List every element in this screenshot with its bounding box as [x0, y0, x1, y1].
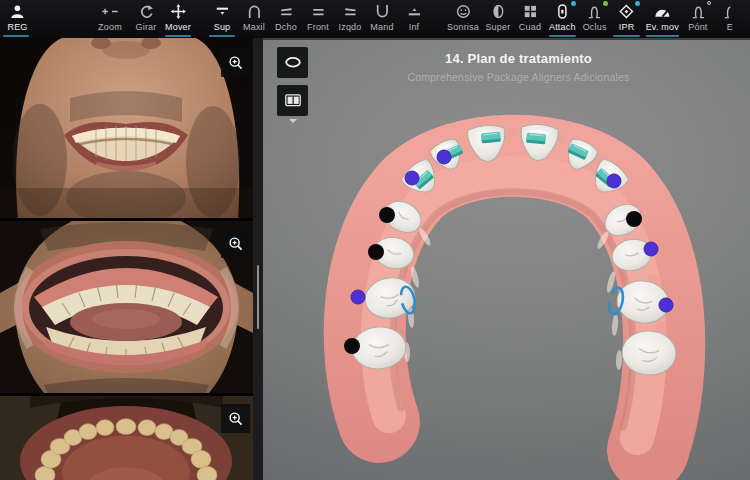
toolbar-item-pont[interactable]: Pónt: [682, 0, 714, 38]
clipped-icon: [721, 3, 740, 20]
toolbar-item-reg[interactable]: REG: [0, 0, 32, 38]
marker-purple-right-canine[interactable]: [607, 174, 621, 188]
attachment-left-central-incisor[interactable]: [481, 132, 501, 144]
toolbar-item-label: Ev. mov: [646, 22, 679, 32]
scrollbar-thumb[interactable]: [257, 265, 259, 329]
quad-grid-icon: [521, 3, 540, 20]
active-underline: [549, 35, 577, 38]
intraoral-retracted-photo[interactable]: [0, 221, 253, 393]
toolbar-item-label: REG: [7, 22, 27, 32]
toolbar-item-evmov[interactable]: Ev. mov: [643, 0, 682, 38]
superimpose-icon: [489, 3, 508, 20]
left-view-icon: [341, 3, 360, 20]
active-underline: [646, 35, 679, 38]
zoom-plus-minus-icon: [99, 3, 120, 20]
toolbar-item-label: E: [727, 22, 733, 32]
marker-purple-right-second-premolar[interactable]: [644, 242, 658, 256]
view-header: 14. Plan de tratamiento Comprehensive Pa…: [275, 51, 750, 83]
marker-purple-right-first-molar[interactable]: [659, 298, 673, 312]
toolbar-item-attach[interactable]: Attach: [546, 0, 579, 38]
toolbar-item-label: Oclus: [583, 22, 607, 32]
notification-dot-blue: [635, 1, 640, 6]
occlusal-mirror-photo[interactable]: [0, 396, 253, 480]
toolbar-item-zoom[interactable]: Zoom: [90, 0, 130, 38]
toolbar-item-label: Cuad: [519, 22, 541, 32]
toolbar-item-extra[interactable]: E: [714, 0, 746, 38]
toolbar-item-label: Front: [307, 22, 329, 32]
attachment-right-central-incisor[interactable]: [526, 133, 546, 145]
toolbar-item-label: Mand: [370, 22, 393, 32]
marker-black-right-first-premolar[interactable]: [626, 211, 642, 227]
smile-icon: [454, 3, 473, 20]
toolbar-item-mover[interactable]: Mover: [162, 0, 194, 38]
photos-scrollbar[interactable]: [253, 38, 263, 480]
marker-black-left-second-premolar[interactable]: [368, 244, 384, 260]
toolbar-item-sonrisa[interactable]: Sonrisa: [444, 0, 482, 38]
toolbar-item-label: Inf: [409, 22, 420, 32]
content-area: 14. Plan de tratamiento Comprehensive Pa…: [0, 38, 750, 480]
marker-purple-left-first-molar[interactable]: [351, 290, 365, 304]
toolbar-item-super[interactable]: Super: [482, 0, 514, 38]
page-subtitle: Comprehensive Package Aligners Adicional…: [275, 71, 750, 83]
toolbar-item-label: Super: [485, 22, 510, 32]
toolbar-item-label: Sup: [214, 22, 231, 32]
right-view-icon: [277, 3, 296, 20]
toolbar-item-label: Zoom: [98, 22, 122, 32]
upper-arch-3d-model[interactable]: [263, 40, 750, 480]
toolbar-item-label: Izqdo: [339, 22, 362, 32]
mandible-arch-icon: [373, 3, 392, 20]
upper-arch-occlusal-icon: [213, 3, 232, 20]
marker-purple-left-lateral-incisor[interactable]: [437, 150, 451, 164]
maxilla-arch-icon: [245, 3, 264, 20]
active-underline: [209, 35, 236, 38]
single-arch-view-button[interactable]: [277, 47, 308, 78]
toolbar-item-oclus[interactable]: Oclus: [579, 0, 611, 38]
occlusal-photo-image: [0, 396, 253, 480]
toolbar-item-cuad[interactable]: Cuad: [514, 0, 546, 38]
toolbar-item-maxil[interactable]: Maxil: [238, 0, 270, 38]
toolbar-item-sup[interactable]: Sup: [206, 0, 238, 38]
toolbar-item-izqdo[interactable]: Izqdo: [334, 0, 366, 38]
magnifier-plus-icon: [227, 410, 245, 428]
toolbar-item-label: Pónt: [688, 22, 707, 32]
front-view-icon: [309, 3, 328, 20]
ipr-diamond-icon: [617, 3, 636, 20]
toolbar-item-dcho[interactable]: Dcho: [270, 0, 302, 38]
view-tools: [277, 47, 308, 123]
chevron-down-icon[interactable]: [289, 119, 297, 123]
toolbar-item-mand[interactable]: Mand: [366, 0, 398, 38]
magnifier-plus-icon: [227, 235, 245, 253]
toolbar-item-label: Maxil: [243, 22, 265, 32]
oval-icon: [283, 55, 303, 70]
attachment-icon: [553, 3, 572, 20]
occlusion-icon: [585, 3, 604, 20]
active-underline: [165, 35, 192, 38]
ipr-rings-layer: [399, 285, 625, 315]
smile-photo-image: [0, 38, 253, 218]
model-viewport[interactable]: 14. Plan de tratamiento Comprehensive Pa…: [263, 38, 750, 480]
notification-dot-blue: [571, 1, 576, 6]
page-title: 14. Plan de tratamiento: [275, 51, 750, 66]
toolbar-item-label: Attach: [549, 22, 576, 32]
photo-zoom-in-button[interactable]: [221, 404, 250, 433]
toolbar-item-ipr[interactable]: IPR: [611, 0, 643, 38]
active-underline: [3, 35, 30, 38]
toolbar-items: REGZoomGirarMoverSupMaxilDchoFrontIzqdoM…: [0, 0, 750, 38]
photo-zoom-in-button[interactable]: [221, 48, 250, 77]
split-layout-button[interactable]: [277, 85, 308, 116]
marker-black-left-first-premolar[interactable]: [379, 207, 395, 223]
toolbar-item-label: IPR: [619, 22, 635, 32]
photo-zoom-in-button[interactable]: [221, 229, 250, 258]
toolbar-item-label: Mover: [165, 22, 191, 32]
toolbar-item-label: Girar: [136, 22, 157, 32]
marker-purple-left-canine[interactable]: [405, 171, 419, 185]
marker-black-left-second-molar[interactable]: [344, 338, 360, 354]
toolbar-item-inf[interactable]: Inf: [398, 0, 430, 38]
toolbar: REGZoomGirarMoverSupMaxilDchoFrontIzqdoM…: [0, 0, 750, 38]
retracted-photo-image: [0, 221, 253, 393]
notification-dot-green: [603, 1, 608, 6]
intraoral-smile-photo[interactable]: [0, 38, 253, 218]
toolbar-item-front[interactable]: Front: [302, 0, 334, 38]
toolbar-item-girar[interactable]: Girar: [130, 0, 162, 38]
pontic-icon: [689, 3, 708, 20]
